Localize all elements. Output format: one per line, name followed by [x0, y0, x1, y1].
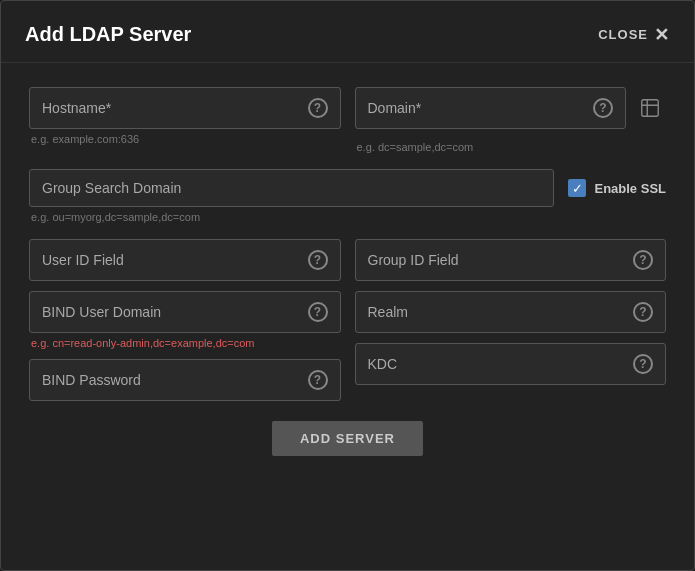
hostname-help-icon[interactable]: ? — [308, 98, 328, 118]
close-icon: ✕ — [654, 24, 670, 46]
group-search-domain-label: Group Search Domain — [42, 180, 541, 196]
kdc-wrapper: KDC ? — [355, 343, 667, 385]
kdc-label: KDC — [368, 356, 634, 372]
user-id-field-label: User ID Field — [42, 252, 308, 268]
group-id-field-label: Group ID Field — [368, 252, 634, 268]
bind-user-domain-group: BIND User Domain ? e.g. cn=read-only-adm… — [29, 291, 341, 349]
hostname-hint: e.g. example.com:636 — [29, 133, 341, 145]
modal-title: Add LDAP Server — [25, 23, 191, 46]
close-label: CLOSE — [598, 27, 648, 42]
realm-label: Realm — [368, 304, 634, 320]
hostname-group: Hostname* ? e.g. example.com:636 — [29, 87, 341, 145]
group-search-domain-wrapper: Group Search Domain — [29, 169, 554, 207]
bind-user-domain-label: BIND User Domain — [42, 304, 308, 320]
left-col: BIND User Domain ? e.g. cn=read-only-adm… — [29, 291, 341, 401]
realm-wrapper: Realm ? — [355, 291, 667, 333]
hostname-label: Hostname* — [42, 100, 308, 116]
domain-group: Domain* ? — [355, 87, 627, 129]
add-server-row: ADD SERVER — [29, 421, 666, 456]
modal-body: Hostname* ? e.g. example.com:636 Domain*… — [1, 63, 694, 486]
bind-user-domain-wrapper: BIND User Domain ? — [29, 291, 341, 333]
modal-header: Add LDAP Server CLOSE ✕ — [1, 1, 694, 63]
group-id-help-icon[interactable]: ? — [633, 250, 653, 270]
group-id-field-wrapper: Group ID Field ? — [355, 239, 667, 281]
user-id-help-icon[interactable]: ? — [308, 250, 328, 270]
right-col: Realm ? KDC ? — [355, 291, 667, 401]
enable-ssl-label: Enable SSL — [594, 181, 666, 196]
domain-field-wrapper: Domain* ? — [355, 87, 627, 129]
domain-help-icon[interactable]: ? — [593, 98, 613, 118]
bind-password-label: BIND Password — [42, 372, 308, 388]
domain-label: Domain* — [368, 100, 594, 116]
domain-row: Domain* ? e.g. dc=sample,dc=com — [355, 87, 667, 153]
user-id-field-wrapper: User ID Field ? — [29, 239, 341, 281]
bind-user-domain-help-icon[interactable]: ? — [308, 302, 328, 322]
group-search-domain-group: Group Search Domain e.g. ou=myorg,dc=sam… — [29, 169, 554, 223]
realm-help-icon[interactable]: ? — [633, 302, 653, 322]
bind-user-domain-hint: e.g. cn=read-only-admin,dc=example,dc=co… — [29, 337, 341, 349]
test-server-icon[interactable] — [634, 92, 666, 124]
close-button[interactable]: CLOSE ✕ — [598, 24, 670, 46]
kdc-help-icon[interactable]: ? — [633, 354, 653, 374]
hostname-field-wrapper: Hostname* ? — [29, 87, 341, 129]
ssl-section: ✓ Enable SSL — [568, 169, 666, 197]
domain-hint: e.g. dc=sample,dc=com — [355, 141, 474, 153]
add-server-button[interactable]: ADD SERVER — [272, 421, 423, 456]
bind-password-help-icon[interactable]: ? — [308, 370, 328, 390]
bind-password-wrapper: BIND Password ? — [29, 359, 341, 401]
checkmark-icon: ✓ — [572, 182, 583, 195]
group-search-domain-hint: e.g. ou=myorg,dc=sample,dc=com — [29, 211, 554, 223]
enable-ssl-checkbox[interactable]: ✓ — [568, 179, 586, 197]
add-ldap-modal: Add LDAP Server CLOSE ✕ Hostname* ? e.g.… — [0, 0, 695, 571]
